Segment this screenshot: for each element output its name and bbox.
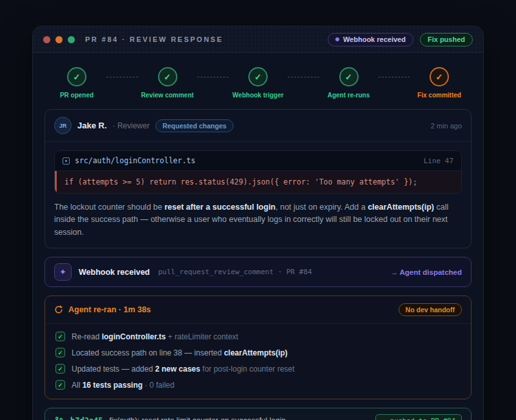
agent-run-title: Agent re-ran · 1m 38s bbox=[68, 305, 151, 314]
arrow-up-icon: ↑ bbox=[382, 417, 386, 420]
checklist-item-text: Re-read loginController.ts + rateLimiter… bbox=[72, 332, 238, 341]
code-block: src/auth/loginController.ts Line 47 if (… bbox=[54, 150, 462, 194]
webhook-event-row: ✦ Webhook received pull_request_review_c… bbox=[45, 257, 471, 287]
commit-row: b7d2e45 fix(auth): reset rate limit coun… bbox=[45, 408, 471, 420]
webhook-event-meta: pull_request_review_comment · PR #84 bbox=[158, 268, 312, 276]
git-branch-icon bbox=[54, 416, 64, 420]
traffic-lights bbox=[43, 36, 75, 43]
reviewer-name: Jake R. bbox=[77, 121, 107, 130]
sparkle-icon: ✦ bbox=[54, 263, 72, 281]
rerun-icon bbox=[54, 305, 63, 314]
agent-run-header: Agent re-ran · 1m 38s No dev handoff bbox=[45, 296, 471, 324]
webhook-event-title: Webhook received bbox=[79, 268, 150, 277]
text-segment: , not just on expiry. Add a bbox=[275, 203, 368, 212]
pushed-to-pr-label: pushed to PR #84 bbox=[390, 417, 455, 420]
no-dev-handoff-badge: No dev handoff bbox=[399, 303, 462, 316]
agent-run-card: Agent re-ran · 1m 38s No dev handoff ✓Re… bbox=[45, 295, 471, 399]
text-segment: The lockout counter should be bbox=[54, 203, 164, 212]
step-label: Agent re-runs bbox=[328, 92, 370, 99]
text-segment: All bbox=[72, 381, 83, 390]
checklist-item-text: Updated tests — added 2 new cases for po… bbox=[72, 365, 295, 374]
step-label: Fix committed bbox=[417, 92, 461, 99]
text-segment: Updated tests — added bbox=[72, 365, 155, 374]
text-segment: Re-read bbox=[72, 332, 102, 341]
line-number-label: Line 47 bbox=[424, 157, 453, 165]
step-connector bbox=[288, 77, 319, 77]
pushed-to-pr-badge[interactable]: ↑ pushed to PR #84 bbox=[375, 414, 462, 420]
check-icon: ✓ bbox=[339, 67, 359, 86]
check-icon: ✓ bbox=[430, 67, 449, 86]
titlebar: PR #84 · REVIEW RESPONSE Webhook receive… bbox=[33, 26, 483, 53]
step-label: Review comment bbox=[141, 92, 194, 99]
review-comment-text: The lockout counter should be reset afte… bbox=[45, 194, 471, 248]
maximize-window-button[interactable] bbox=[68, 36, 75, 43]
checkbox-checked-icon: ✓ bbox=[55, 364, 65, 374]
text-segment: + rateLimiter context bbox=[166, 332, 238, 341]
commit-sha-link[interactable]: b7d2e45 bbox=[70, 416, 103, 420]
checklist-item: ✓Located success path on line 38 — inser… bbox=[55, 348, 461, 357]
checklist-item: ✓Re-read loginController.ts + rateLimite… bbox=[55, 332, 461, 341]
step-connector bbox=[106, 77, 138, 77]
checklist-item: ✓All 16 tests passing · 0 failed bbox=[55, 380, 461, 390]
requested-changes-badge: Requested changes bbox=[155, 119, 233, 132]
code-block-header: src/auth/loginController.ts Line 47 bbox=[55, 151, 461, 171]
avatar: JR bbox=[54, 117, 72, 134]
comment-timestamp: 2 min ago bbox=[431, 122, 462, 130]
review-comment-card: JR Jake R. · Reviewer Requested changes … bbox=[45, 109, 471, 248]
text-segment: clearAttempts(ip) bbox=[368, 203, 434, 212]
window-title: PR #84 · REVIEW RESPONSE bbox=[85, 35, 321, 43]
step-agent-re-runs: ✓Agent re-runs bbox=[319, 67, 379, 99]
step-connector bbox=[379, 77, 410, 77]
checkbox-checked-icon: ✓ bbox=[55, 380, 65, 390]
checklist-item-text: Located success path on line 38 — insert… bbox=[72, 348, 288, 357]
agent-dispatched-link[interactable]: → Agent dispatched bbox=[390, 268, 462, 276]
file-path-link[interactable]: src/auth/loginController.ts bbox=[75, 156, 419, 165]
step-review-comment: ✓Review comment bbox=[138, 67, 197, 99]
check-icon: ✓ bbox=[158, 67, 177, 86]
text-segment: for post-login counter reset bbox=[200, 365, 294, 374]
agent-checklist: ✓Re-read loginController.ts + rateLimite… bbox=[45, 324, 471, 399]
step-fix-committed: ✓Fix committed bbox=[410, 67, 469, 99]
step-pr-opened: ✓PR opened bbox=[47, 67, 106, 99]
highlighted-code-line: if (attempts >= 5) return res.status(429… bbox=[55, 171, 461, 193]
reviewer-role: · Reviewer bbox=[113, 121, 150, 130]
step-label: Webhook trigger bbox=[232, 92, 283, 99]
file-icon bbox=[63, 157, 70, 165]
fix-pushed-badge[interactable]: Fix pushed bbox=[420, 33, 473, 46]
step-connector bbox=[197, 77, 229, 77]
minimize-window-button[interactable] bbox=[55, 36, 63, 43]
text-segment: clearAttempts(ip) bbox=[224, 348, 288, 357]
step-webhook-trigger: ✓Webhook trigger bbox=[228, 67, 288, 99]
check-icon: ✓ bbox=[67, 67, 86, 86]
text-segment: · 0 failed bbox=[143, 381, 174, 390]
pr-review-window: PR #84 · REVIEW RESPONSE Webhook receive… bbox=[32, 26, 484, 420]
review-header: JR Jake R. · Reviewer Requested changes … bbox=[45, 110, 471, 142]
text-segment: 2 new cases bbox=[155, 365, 200, 374]
checkbox-checked-icon: ✓ bbox=[55, 332, 65, 341]
step-label: PR opened bbox=[60, 92, 94, 99]
close-window-button[interactable] bbox=[43, 36, 50, 43]
workflow-stepper: ✓PR opened✓Review comment✓Webhook trigge… bbox=[45, 63, 471, 109]
checkbox-checked-icon: ✓ bbox=[55, 348, 65, 357]
text-segment: 16 tests passing bbox=[83, 381, 143, 390]
purple-dot-icon bbox=[335, 37, 339, 41]
check-icon: ✓ bbox=[248, 67, 268, 86]
checklist-item: ✓Updated tests — added 2 new cases for p… bbox=[55, 364, 461, 374]
commit-message: fix(auth): reset rate limit counter on s… bbox=[110, 416, 286, 420]
webhook-received-badge-label: Webhook received bbox=[343, 36, 406, 43]
webhook-received-badge[interactable]: Webhook received bbox=[328, 33, 413, 46]
text-segment: loginController.ts bbox=[102, 332, 166, 341]
checklist-item-text: All 16 tests passing · 0 failed bbox=[72, 381, 174, 390]
text-segment: reset after a successful login bbox=[164, 203, 275, 212]
text-segment: Located success path on line 38 — insert… bbox=[72, 348, 224, 357]
main-content: ✓PR opened✓Review comment✓Webhook trigge… bbox=[33, 53, 483, 420]
